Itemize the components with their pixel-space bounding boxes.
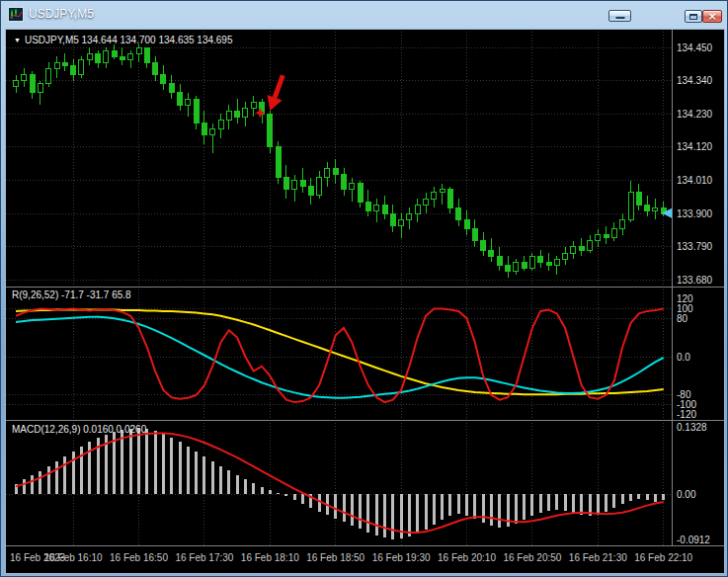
time-axis-label: 16 Feb 20:10 [438,552,496,563]
minimize-icon [615,17,624,19]
title-bar[interactable]: USDJPY,M5 × [1,1,727,29]
price-axis-label: 134.340 [677,75,713,86]
oscillator-axis-label: 80 [677,313,688,324]
ohlc-values: 134.644 134.700 134.635 134.695 [82,35,233,45]
oscillator-axis-label: 0.0 [677,352,690,363]
oscillator-indicator-label: R(9,26,52) -71.7 -31.7 65.8 [12,289,131,300]
window-title: USDJPY,M5 [29,1,94,29]
time-axis-label: 16 Feb 19:30 [372,552,431,563]
macd-axis-label: -0.0912 [677,535,710,545]
minimize-button[interactable] [608,10,631,22]
maximize-icon [689,14,697,20]
price-axis-label: 133.790 [677,241,713,252]
price-axis-label: 133.900 [677,208,713,219]
chart-client-area: 134.450134.340134.230134.120134.010133.9… [5,29,725,574]
time-axis-label: 16 Feb 18:50 [306,552,364,563]
symbol-dropdown-icon[interactable]: ▼ [14,37,21,43]
time-axis-label: 16 Feb 20:50 [503,552,561,563]
price-axis-label: 134.450 [677,42,713,53]
price-axis-label: 134.230 [677,109,713,120]
time-axis-label: 16 Feb 18:10 [241,552,299,563]
macd-axis-label: 0.1328 [677,422,707,433]
symbol-info-line: ▼USDJPY,M5 134.644 134.700 134.635 134.6… [14,35,233,45]
oscillator-axis-label: -120 [677,409,696,420]
symbol-label: USDJPY,M5 [25,35,79,45]
price-axis-label: 134.010 [677,175,713,186]
time-axis[interactable]: 16 Feb 202316 Feb 16:1016 Feb 16:5016 Fe… [10,552,693,563]
close-button[interactable]: × [702,10,722,23]
time-axis-label: 16 Feb 16:10 [44,552,103,563]
time-axis-label: 16 Feb 22:10 [634,552,692,563]
window-icon [8,7,24,22]
price-axis-label: 134.120 [677,141,713,152]
price-axis-label: 133.680 [677,275,713,286]
maximize-button[interactable] [685,10,702,23]
macd-indicator-label: MACD(12,26,9) 0.0160 0.0260 [12,424,146,435]
macd-axis-label: 0.00 [677,489,696,500]
time-axis-label: 16 Feb 16:50 [110,552,168,563]
terminal-window: USDJPY,M5 × 134.450134.340134.230134.120… [0,0,728,577]
time-axis-label: 16 Feb 21:30 [569,552,627,563]
time-axis-label: 16 Feb 17:30 [175,552,233,563]
close-icon: × [703,11,721,22]
